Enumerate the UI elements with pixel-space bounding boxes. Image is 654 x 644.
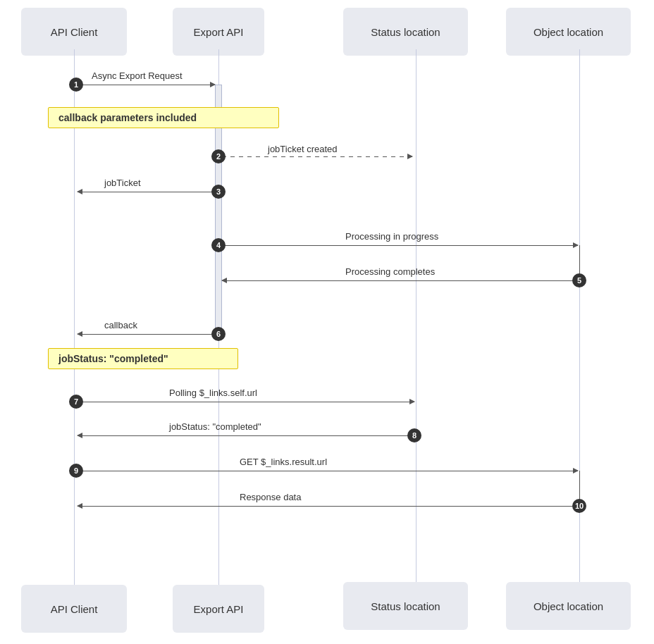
step-10: 10 (572, 499, 586, 513)
arrow-callback (78, 334, 217, 335)
lifeline-status-location (416, 49, 417, 595)
arrow-response-data (78, 506, 578, 507)
label-jobstatus-completed-return: jobStatus: "completed" (169, 421, 261, 432)
arrow-jobstatus-completed-return (78, 435, 414, 436)
participant-export-api-top: Export API (173, 8, 264, 56)
step-7: 7 (69, 395, 83, 409)
sequence-diagram: API Client Export API Status location Ob… (0, 0, 654, 644)
participant-export-api-bottom: Export API (173, 585, 264, 633)
participant-api-client-bottom: API Client (21, 585, 127, 633)
step-8: 8 (407, 428, 421, 442)
arrow-jobticket-return (78, 192, 217, 192)
step-9: 9 (69, 464, 83, 478)
step-2: 2 (211, 149, 226, 163)
note-callback-params: callback parameters included (48, 107, 279, 128)
arrow-async-export-request (78, 85, 215, 85)
step-3: 3 (211, 185, 226, 199)
label-processing-completes: Processing completes (345, 266, 435, 277)
label-response-data: Response data (240, 492, 301, 502)
label-polling: Polling $_links.self.url (169, 388, 257, 398)
participant-api-client-top: API Client (21, 8, 127, 56)
step-6: 6 (211, 327, 226, 341)
step-4: 4 (211, 238, 226, 252)
label-jobticket-created: jobTicket created (268, 144, 338, 154)
arrow-jobticket-created (222, 156, 412, 157)
arrow-processing-completes (222, 280, 578, 281)
participant-object-location-bottom: Object location (506, 582, 631, 630)
label-processing-progress: Processing in progress (345, 231, 438, 242)
arrow-processing-progress (222, 245, 578, 246)
participant-status-location-top: Status location (343, 8, 468, 56)
note-job-status: jobStatus: "completed" (48, 348, 238, 369)
participant-status-location-bottom: Status location (343, 582, 468, 630)
arrow-get-result (78, 471, 578, 471)
label-callback: callback (104, 320, 137, 330)
lifeline-api-client (74, 49, 75, 595)
step-1: 1 (69, 78, 83, 92)
participant-object-location-top: Object location (506, 8, 631, 56)
label-jobticket-return: jobTicket (104, 178, 141, 188)
step-5: 5 (572, 273, 586, 287)
label-async-export-request: Async Export Request (92, 70, 183, 81)
label-get-result: GET $_links.result.url (240, 457, 327, 467)
arrow-polling (78, 402, 414, 402)
